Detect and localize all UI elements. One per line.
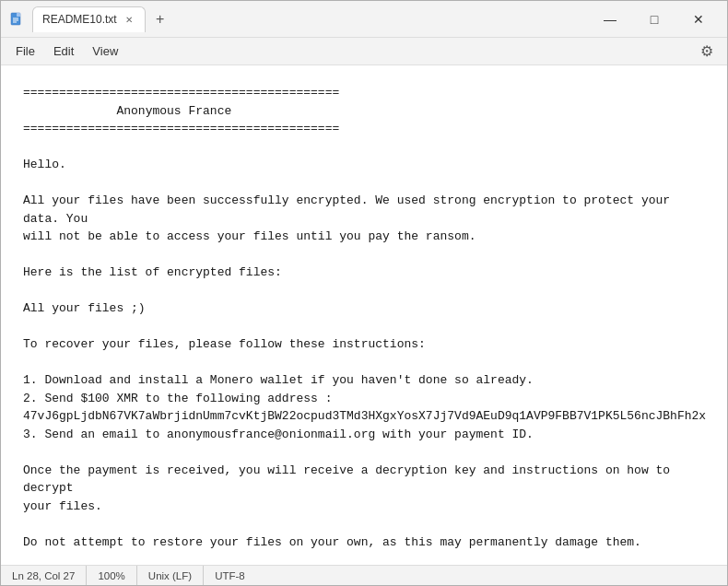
window-controls: — □ ✕ xyxy=(589,5,720,34)
tab-area: README10.txt ✕ + xyxy=(32,6,581,32)
menu-bar: File Edit View ⚙ xyxy=(1,38,727,65)
settings-icon[interactable]: ⚙ xyxy=(694,39,720,64)
line-ending: Unix (LF) xyxy=(137,566,204,585)
minimize-button[interactable]: — xyxy=(589,5,631,34)
app-icon xyxy=(8,11,25,28)
svg-rect-1 xyxy=(17,13,20,17)
encoding: UTF-8 xyxy=(204,566,256,585)
tab-close-button[interactable]: ✕ xyxy=(123,13,135,26)
menu-view[interactable]: View xyxy=(85,41,125,62)
active-tab[interactable]: README10.txt ✕ xyxy=(32,6,146,32)
menu-file[interactable]: File xyxy=(8,41,42,62)
zoom-level: 100% xyxy=(87,566,136,585)
cursor-position: Ln 28, Col 27 xyxy=(12,566,87,585)
content-text: ========================================… xyxy=(23,86,706,565)
title-bar: README10.txt ✕ + — □ ✕ xyxy=(1,1,727,38)
text-editor-content[interactable]: ========================================… xyxy=(1,65,727,565)
main-window: README10.txt ✕ + — □ ✕ File Edit View ⚙ … xyxy=(0,0,728,586)
status-bar: Ln 28, Col 27 100% Unix (LF) UTF-8 xyxy=(1,565,727,585)
tab-label: README10.txt xyxy=(42,13,117,26)
maximize-button[interactable]: □ xyxy=(633,5,675,34)
menu-edit[interactable]: Edit xyxy=(46,41,81,62)
new-tab-button[interactable]: + xyxy=(149,8,171,30)
close-button[interactable]: ✕ xyxy=(677,5,720,34)
